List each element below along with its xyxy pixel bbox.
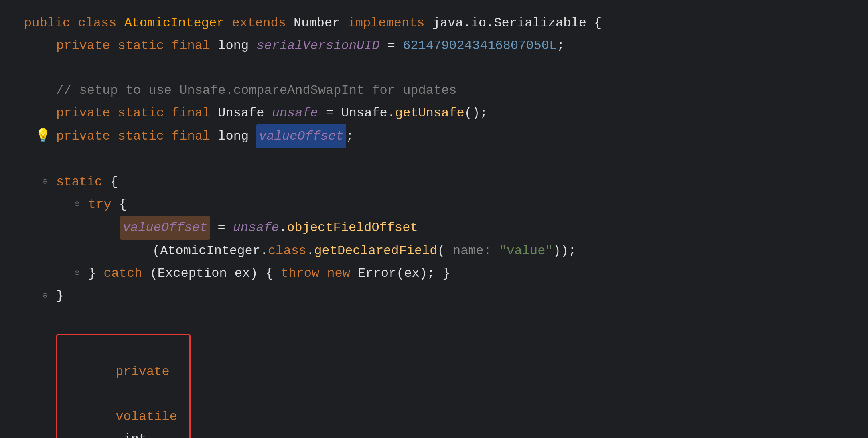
- fold-icon-static-close[interactable]: ⊖: [36, 285, 54, 307]
- code-line-unsafe: private static final Unsafe unsafe = Uns…: [56, 102, 868, 124]
- keyword-extends: extends: [232, 12, 286, 34]
- field-unsafe: unsafe: [272, 102, 318, 124]
- field-serial-version-uid: serialVersionUID: [256, 34, 379, 57]
- code-line-value-offset-assign: valueOffset = unsafe . objectFieldOffset: [120, 216, 868, 240]
- fold-icon-try[interactable]: ⊖: [68, 193, 86, 216]
- code-line-get-declared-field: (AtomicInteger. class . getDeclaredField…: [152, 240, 868, 262]
- code-line-empty-1: [24, 57, 868, 79]
- code-line-2: private static final long serialVersionU…: [56, 34, 868, 57]
- code-line-static-block: ⊖ static {: [56, 171, 868, 193]
- keyword-volatile: volatile: [116, 409, 177, 424]
- code-line-empty-2: [24, 148, 868, 171]
- field-value-offset-highlighted: valueOffset: [256, 124, 346, 148]
- fold-icon-catch[interactable]: ⊖: [68, 262, 86, 285]
- method-get-declared-field: getDeclaredField: [314, 240, 437, 262]
- code-line-try: ⊖ try {: [88, 193, 868, 216]
- code-line-catch: ⊖ } catch (Exception ex) { throw new Err…: [88, 262, 868, 285]
- keyword-catch: catch: [103, 262, 142, 285]
- keyword-implements: implements: [348, 12, 425, 34]
- red-box-highlight: private volatile int value ;: [56, 334, 191, 438]
- string-value: "value": [499, 240, 553, 262]
- code-line-static-close: ⊖ }: [56, 285, 868, 307]
- code-line-comment: // setup to use Unsafe.compareAndSwapInt…: [56, 79, 868, 102]
- keyword-new: new: [327, 262, 350, 285]
- field-value-offset-assign: valueOffset: [120, 216, 210, 240]
- code-editor: public class AtomicInteger extends Numbe…: [0, 0, 868, 438]
- code-line-value-offset: 💡 private static final long valueOffset …: [56, 124, 868, 148]
- param-label-name: name:: [453, 240, 491, 262]
- class-name: AtomicInteger: [124, 12, 225, 34]
- keyword-private-volatile: private: [116, 364, 169, 379]
- code-line-empty-3: [24, 307, 868, 330]
- numeric-literal: 6214790243416807050L: [403, 34, 557, 57]
- lightbulb-icon: 💡: [34, 125, 52, 148]
- code-line-private-volatile: private volatile int value ;: [56, 330, 868, 438]
- fold-icon-static[interactable]: ⊖: [36, 171, 54, 193]
- method-get-unsafe: getUnsafe: [395, 102, 464, 124]
- method-object-field-offset: objectFieldOffset: [287, 217, 418, 239]
- keyword-class: class: [78, 12, 116, 34]
- keyword-public: public: [24, 12, 70, 34]
- keyword-throw: throw: [281, 262, 319, 285]
- code-line-1: public class AtomicInteger extends Numbe…: [24, 12, 868, 34]
